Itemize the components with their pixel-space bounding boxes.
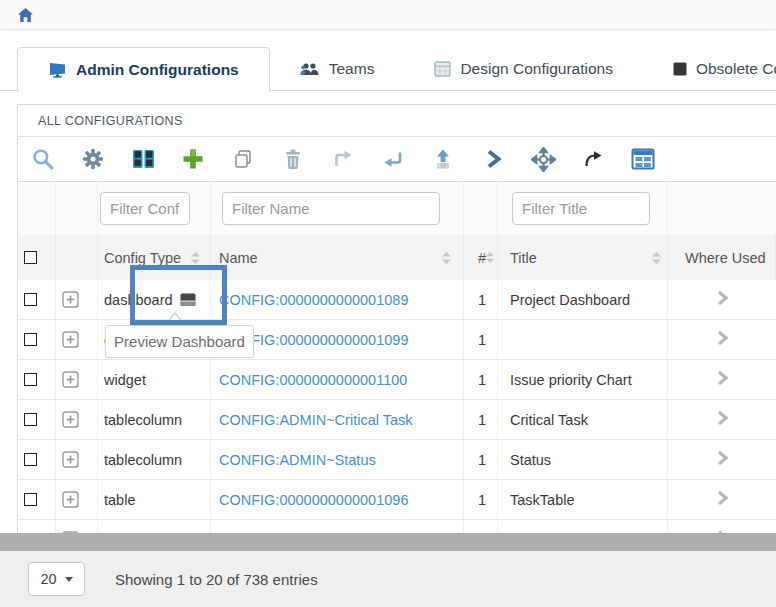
- move-out-button[interactable]: [318, 137, 368, 182]
- expand-icon[interactable]: [62, 371, 79, 388]
- config-link[interactable]: CONFIG:0000000000001089: [219, 292, 408, 308]
- table-row[interactable]: table CONFIG:0000000000001096 1 TaskTabl…: [18, 480, 776, 520]
- count-value: 1: [478, 492, 486, 508]
- column-label: Where Used: [685, 250, 766, 266]
- where-used-chevron-icon[interactable]: [717, 370, 728, 389]
- config-link[interactable]: CONFIG:ADMIN~Status: [219, 452, 376, 468]
- column-label: Title: [510, 250, 537, 266]
- tab-label: Teams: [329, 60, 375, 78]
- table-row[interactable]: tablecolumn CONFIG:ADMIN~Critical Task 1…: [18, 400, 776, 440]
- copy-button[interactable]: [218, 137, 268, 182]
- where-used-chevron-icon[interactable]: [717, 450, 728, 469]
- expand-icon[interactable]: [62, 291, 79, 308]
- column-label: Config Type: [104, 250, 181, 266]
- filter-cell-expand: [56, 182, 98, 235]
- grid-view-button[interactable]: [118, 137, 168, 182]
- upload-icon: [431, 147, 455, 171]
- row-checkbox[interactable]: [24, 373, 37, 386]
- table-row[interactable]: dashboard CONFIG:0000000000001089 1 Proj…: [18, 280, 776, 320]
- config-link[interactable]: CONFIG:0000000000001096: [219, 492, 408, 508]
- where-used-chevron-icon[interactable]: [717, 490, 728, 509]
- header-cell-config-type[interactable]: Config Type: [98, 235, 211, 280]
- title-value: Status: [510, 452, 551, 468]
- row-checkbox[interactable]: [24, 453, 37, 466]
- header-cell-name[interactable]: Name: [211, 235, 464, 280]
- next-button[interactable]: [468, 137, 518, 182]
- table-view-button[interactable]: [618, 137, 668, 182]
- where-used-chevron-icon[interactable]: [717, 530, 728, 533]
- move-button[interactable]: [518, 137, 568, 182]
- toolbar: [18, 137, 776, 182]
- sort-icon[interactable]: [652, 252, 661, 264]
- home-icon[interactable]: [17, 7, 34, 23]
- header-cell-count[interactable]: #: [464, 235, 498, 280]
- config-link[interactable]: CONFIG:ADMIN~Critical Task: [219, 412, 413, 428]
- expand-icon[interactable]: [62, 451, 79, 468]
- tab-label: Design Configurations: [460, 60, 613, 78]
- where-used-chevron-icon[interactable]: [717, 290, 728, 309]
- expand-icon[interactable]: [62, 531, 79, 533]
- filter-cell-select: [18, 182, 56, 235]
- config-link[interactable]: CONFIG:0000000000001097: [219, 532, 408, 534]
- move-out-icon: [331, 147, 355, 171]
- tab-obsolete-configurations[interactable]: Obsolete Configurations: [643, 47, 776, 91]
- where-used-chevron-icon[interactable]: [717, 330, 728, 349]
- sort-icon[interactable]: [191, 252, 200, 264]
- where-used-chevron-icon[interactable]: [717, 410, 728, 429]
- plus-icon: [181, 147, 205, 171]
- expand-icon[interactable]: [62, 331, 79, 348]
- preview-dashboard-tooltip: Preview Dashboard: [105, 325, 254, 358]
- count-value: 1: [478, 532, 486, 534]
- add-button[interactable]: [168, 137, 218, 182]
- filter-cell-name: [211, 182, 464, 235]
- expand-icon[interactable]: [62, 491, 79, 508]
- move-icon: [531, 147, 556, 172]
- horizontal-scrollbar[interactable]: [0, 533, 776, 551]
- tab-teams[interactable]: Teams: [270, 47, 405, 91]
- dashboard-preview-icon[interactable]: [180, 293, 196, 306]
- filter-cell-config-type: [98, 182, 211, 235]
- tab-admin-configurations[interactable]: Admin Configurations: [17, 47, 270, 92]
- pagination-footer: 20 Showing 1 to 20 of 738 entries: [0, 551, 776, 607]
- table-row[interactable]: tablecolumn CONFIG:ADMIN~Status 1 Status: [18, 440, 776, 480]
- table-body: dashboard CONFIG:0000000000001089 1 Proj…: [18, 280, 776, 533]
- search-button[interactable]: [18, 137, 68, 182]
- row-checkbox[interactable]: [24, 493, 37, 506]
- table-row[interactable]: widget CONFIG:0000000000001100 1 Issue p…: [18, 360, 776, 400]
- row-checkbox[interactable]: [24, 333, 37, 346]
- forward-arrow-icon: [582, 148, 604, 170]
- filter-config-type-input[interactable]: [100, 192, 190, 225]
- search-icon: [31, 147, 56, 172]
- settings-button[interactable]: [68, 137, 118, 182]
- title-value: Issue priority Chart: [510, 372, 632, 388]
- tab-design-configurations[interactable]: Design Configurations: [404, 47, 643, 91]
- tooltip-text: Preview Dashboard: [114, 333, 245, 350]
- tab-label: Obsolete Configurations: [696, 60, 776, 78]
- row-checkbox[interactable]: [24, 293, 37, 306]
- delete-button[interactable]: [268, 137, 318, 182]
- header-cell-title[interactable]: Title: [498, 235, 668, 280]
- filter-cell-count: [464, 182, 498, 235]
- filter-title-input[interactable]: [512, 192, 650, 225]
- page-size-dropdown[interactable]: 20: [28, 562, 85, 596]
- column-label: #: [478, 250, 486, 266]
- forward-button[interactable]: [568, 137, 618, 182]
- filter-name-input[interactable]: [222, 192, 440, 225]
- table-header-row: Config Type Name # Title Where U: [18, 235, 776, 280]
- upload-button[interactable]: [418, 137, 468, 182]
- tooltip-caret-fill: [166, 314, 184, 325]
- config-type: tablecolumn: [104, 452, 182, 468]
- sort-icon[interactable]: [442, 252, 451, 264]
- expand-icon[interactable]: [62, 411, 79, 428]
- count-value: 1: [478, 412, 486, 428]
- select-all-checkbox[interactable]: [24, 251, 37, 264]
- config-type: tableconfig: [104, 532, 174, 534]
- header-cell-select: [18, 235, 56, 280]
- row-checkbox[interactable]: [24, 413, 37, 426]
- sort-icon[interactable]: [486, 252, 494, 263]
- config-type: dashboard: [104, 292, 173, 308]
- config-type: widget: [104, 372, 146, 388]
- config-link[interactable]: CONFIG:0000000000001100: [219, 372, 407, 388]
- table-row[interactable]: tableconfig CONFIG:0000000000001097 1: [18, 520, 776, 533]
- move-in-button[interactable]: [368, 137, 418, 182]
